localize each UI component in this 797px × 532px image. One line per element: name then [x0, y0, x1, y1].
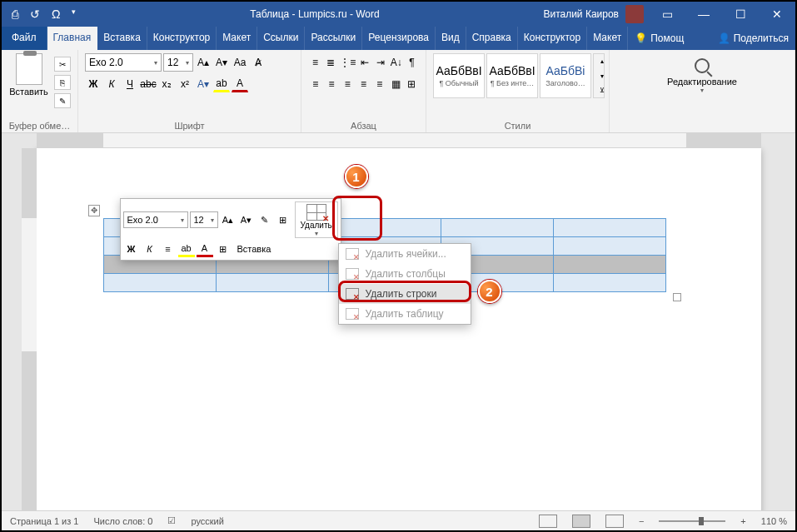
tab-design[interactable]: Конструктор [147, 27, 217, 50]
shrink-font-icon[interactable]: A▾ [213, 54, 230, 71]
tab-view[interactable]: Вид [436, 27, 466, 50]
delete-cells-icon: ✕ [346, 248, 359, 260]
align-center-icon[interactable]: ≡ [324, 76, 338, 92]
status-proof-icon[interactable]: ☑ [167, 515, 176, 526]
align-left-icon[interactable]: ≡ [308, 76, 322, 92]
mini-table-icon[interactable]: ⊞ [275, 211, 291, 228]
numbering-icon[interactable]: ≣ [324, 54, 338, 71]
user-area[interactable]: Виталий Каиров [543, 5, 649, 23]
italic-icon[interactable]: К [103, 76, 120, 92]
close-button[interactable]: ✕ [759, 7, 795, 21]
tab-review[interactable]: Рецензирова [362, 27, 436, 50]
avatar[interactable] [625, 5, 644, 23]
styles-more-icon[interactable]: ⊻ [594, 83, 610, 97]
change-case-icon[interactable]: Aa [232, 54, 248, 71]
qat-dropdown-icon[interactable]: ▾ [72, 7, 76, 21]
mini-borders-icon[interactable]: ⊞ [215, 241, 232, 257]
style-heading[interactable]: АаБбВіЗаголово… [540, 53, 591, 98]
page[interactable]: ✥ Exo 2.0▾ 12▾ A▴ A▾ ✎ ⊞ ✕ Удалить ▾ [37, 148, 761, 510]
indent-inc-icon[interactable]: ⇥ [373, 54, 387, 71]
tab-table-design[interactable]: Конструктор [518, 27, 587, 50]
sort-icon[interactable]: A↓ [389, 54, 403, 71]
tab-insert[interactable]: Вставка [97, 27, 147, 50]
status-page[interactable]: Страница 1 из 1 [10, 516, 78, 526]
maximize-button[interactable]: ☐ [722, 7, 759, 21]
font-combo[interactable]: Exo 2.0▾ [85, 53, 162, 72]
font-color-icon[interactable]: A [232, 76, 248, 92]
mini-italic-icon[interactable]: К [142, 241, 158, 257]
mini-insert-button[interactable]: Вставка [233, 241, 276, 256]
zoom-slider[interactable] [659, 520, 725, 522]
table-move-handle[interactable]: ✥ [88, 205, 100, 216]
indent-dec-icon[interactable]: ⇤ [358, 54, 372, 71]
mini-delete-button[interactable]: ✕ Удалить ▾ [295, 201, 338, 238]
tab-table-layout[interactable]: Макет [587, 27, 628, 50]
zoom-out-icon[interactable]: − [639, 516, 644, 526]
style-nospacing[interactable]: АаБбВвІ¶ Без инте… [486, 53, 538, 98]
mini-bold-icon[interactable]: Ж [123, 241, 140, 257]
status-language[interactable]: русский [191, 516, 223, 526]
view-print-icon[interactable] [572, 515, 590, 528]
menu-delete-table[interactable]: ✕Удалить таблицу [339, 304, 471, 324]
tab-layout[interactable]: Макет [217, 27, 257, 50]
ruler-horizontal[interactable] [37, 133, 761, 148]
styles-up-icon[interactable]: ▴ [594, 54, 610, 68]
shading-icon[interactable]: ▦ [388, 76, 402, 92]
grow-font-icon[interactable]: A▴ [195, 54, 212, 71]
text-effects-icon[interactable]: A▾ [195, 76, 212, 92]
subscript-icon[interactable]: x₂ [158, 76, 175, 92]
borders-icon[interactable]: ⊞ [405, 76, 419, 92]
tell-me[interactable]: 💡Помощ [628, 27, 690, 50]
editing-button[interactable]: Редактирование ▾ [665, 53, 740, 94]
tab-references[interactable]: Ссылки [257, 27, 305, 50]
view-read-icon[interactable] [539, 515, 557, 528]
undo-icon[interactable]: ↺ [30, 7, 40, 21]
justify-icon[interactable]: ≡ [356, 76, 371, 92]
bold-icon[interactable]: Ж [85, 76, 102, 92]
show-marks-icon[interactable]: ¶ [405, 54, 419, 71]
format-painter-icon[interactable]: ✎ [54, 93, 71, 108]
mini-grow-font-icon[interactable]: A▴ [220, 211, 237, 228]
mini-format-painter-icon[interactable]: ✎ [257, 211, 273, 228]
ruler-vertical[interactable] [22, 148, 37, 510]
font-size-combo[interactable]: 12▾ [163, 53, 193, 72]
cut-icon[interactable]: ✂ [54, 57, 71, 72]
multilevel-icon[interactable]: ⋮≡ [340, 54, 356, 71]
callout-2: 2 [478, 280, 501, 303]
tab-file[interactable]: Файл [2, 27, 47, 50]
share-button[interactable]: 👤Поделиться [711, 27, 795, 50]
tab-mailings[interactable]: Рассылки [305, 27, 362, 50]
minimize-button[interactable]: — [685, 7, 722, 21]
paste-button[interactable]: Вставить [8, 53, 49, 97]
tab-home[interactable]: Главная [47, 27, 98, 50]
styles-down-icon[interactable]: ▾ [594, 69, 610, 83]
zoom-in-icon[interactable]: + [740, 516, 745, 526]
mini-size-combo[interactable]: 12▾ [190, 211, 218, 228]
mini-font-color-icon[interactable]: A [197, 241, 213, 257]
line-spacing-icon[interactable]: ≡ [372, 76, 386, 92]
underline-icon[interactable]: Ч [122, 76, 138, 92]
style-normal[interactable]: АаБбВвІ¶ Обычный [433, 53, 485, 98]
bullets-icon[interactable]: ≡ [308, 54, 322, 71]
mini-highlight-icon[interactable]: ab [178, 241, 195, 257]
symbol-icon[interactable]: Ω [52, 7, 60, 21]
highlight-icon[interactable]: ab [213, 76, 230, 92]
align-right-icon[interactable]: ≡ [341, 76, 355, 92]
mini-align-icon[interactable]: ≡ [160, 241, 177, 257]
clear-format-icon[interactable]: A̷ [250, 54, 266, 71]
zoom-level[interactable]: 110 % [761, 516, 787, 526]
copy-icon[interactable]: ⎘ [54, 75, 71, 90]
superscript-icon[interactable]: x² [177, 76, 193, 92]
mini-font-combo[interactable]: Exo 2.0▾ [123, 211, 188, 228]
save-icon[interactable]: ⎙ [12, 7, 18, 21]
view-web-icon[interactable] [605, 515, 624, 528]
status-words[interactable]: Число слов: 0 [93, 516, 152, 526]
strike-icon[interactable]: abc [140, 76, 157, 92]
menu-delete-rows[interactable]: ✕Удалить строки [339, 284, 471, 304]
menu-delete-columns[interactable]: ✕Удалить столбцы [339, 264, 471, 284]
mini-shrink-font-icon[interactable]: A▾ [238, 211, 255, 228]
mini-toolbar: Exo 2.0▾ 12▾ A▴ A▾ ✎ ⊞ ✕ Удалить ▾ Ж К ≡… [120, 198, 341, 261]
ribbon-options-icon[interactable]: ▭ [649, 7, 685, 21]
menu-delete-cells[interactable]: ✕Удалить ячейки... [339, 244, 471, 264]
tab-help[interactable]: Справка [466, 27, 518, 50]
